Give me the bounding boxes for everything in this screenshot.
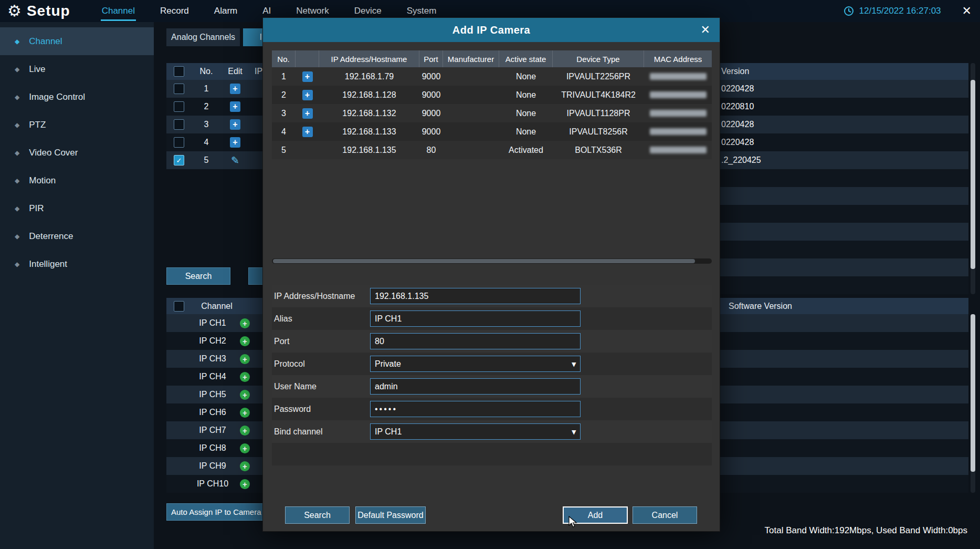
add-ip-camera-button[interactable]: + [240,443,250,453]
field-label: User Name [274,375,317,398]
sidebar-bullet-icon: ◆ [15,121,19,129]
datetime-label: 12/15/2022 16:27:03 [859,6,941,16]
channel-label: IP CH9 [192,461,234,471]
input-password[interactable] [370,401,581,417]
add-ip-camera-button[interactable]: + [240,372,250,382]
channel-label: IP CH7 [192,426,234,435]
edit-icon[interactable]: ✎ [231,154,239,167]
sidebar-item-label: Motion [29,175,56,186]
channel-label: IP CH1 [192,318,234,328]
device-ip: 192.168.1.132 [319,109,419,118]
row-checkbox[interactable] [174,137,184,148]
add-device-button[interactable]: + [302,108,313,119]
device-type: IPVAULT1128PR [553,109,644,118]
add-channel-button[interactable]: + [230,137,240,148]
sidebar-item-video-cover[interactable]: ◆Video Cover [0,139,154,167]
dialog-title: Add IP Camera [452,24,530,36]
search-button[interactable]: Search [285,506,350,524]
row-checkbox[interactable] [174,119,184,130]
mac-address-redacted [650,110,707,117]
field-label: Bind channel [274,420,323,443]
add-ip-camera-button[interactable]: + [240,390,250,400]
sidebar: ◆Channel◆Live◆Image Control◆PTZ◆Video Co… [0,22,154,549]
add-device-button[interactable]: + [302,127,313,137]
add-ip-camera-button[interactable]: + [240,461,250,471]
device-no: 3 [272,109,296,118]
chevron-down-icon: ▾ [572,359,576,369]
menu-item-record[interactable]: Record [159,0,190,22]
device-type: BOLTX536R [553,146,644,155]
col-header-port: Port [419,50,443,67]
col-header-software-version: Software Version [729,302,792,311]
col-header-active-state: Active state [499,50,553,67]
search-button-background[interactable]: Search [166,267,230,285]
add-ip-camera-button[interactable]: + [240,336,250,346]
app-close-icon[interactable]: ✕ [962,4,972,18]
menu-item-alarm[interactable]: Alarm [213,0,238,22]
add-channel-button[interactable]: + [230,119,240,130]
device-ip: 192.168.1.133 [319,127,419,137]
field-label: Port [274,330,289,353]
sidebar-item-live[interactable]: ◆Live [0,55,154,83]
sidebar-item-deterrence[interactable]: ◆Deterrence [0,222,154,250]
row-checkbox[interactable]: ✓ [174,155,184,165]
input-ip-address-hostname[interactable] [370,288,581,304]
form-row-password: Password [272,398,712,420]
add-channel-button[interactable]: + [230,84,240,94]
input-alias[interactable] [370,310,581,327]
sidebar-item-motion[interactable]: ◆Motion [0,167,154,194]
add-ip-camera-button[interactable]: + [240,354,250,364]
sidebar-bullet-icon: ◆ [15,149,19,157]
row-number: 4 [192,138,221,147]
tab-analog-channels[interactable]: Analog Channels [166,28,240,46]
mac-address-redacted [650,147,707,153]
auto-assign-ip-button[interactable]: Auto Assign IP to Camera [166,503,277,521]
device-ip: 192.168.1.128 [319,90,419,100]
add-device-button[interactable]: + [302,71,313,82]
row-number: 3 [192,120,221,129]
add-ip-camera-button[interactable]: + [240,318,250,328]
device-no: 5 [272,146,296,155]
add-ip-camera-button[interactable]: + [240,479,250,489]
horizontal-scrollbar-thumb[interactable] [273,259,695,263]
input-port[interactable] [370,333,581,349]
add-channel-button[interactable]: + [230,101,240,112]
channel-label: IP CH4 [192,372,234,381]
device-active-state: None [499,109,553,118]
sidebar-bullet-icon: ◆ [15,233,19,240]
sidebar-item-intelligent[interactable]: ◆Intelligent [0,250,154,278]
dialog-close-icon[interactable]: ✕ [701,18,710,42]
device-no: 4 [272,127,296,137]
row-checkbox[interactable] [174,84,184,94]
device-active-state: None [499,127,553,137]
field-label: IP Address/Hostname [274,285,355,307]
select-all-checkbox[interactable] [174,66,184,77]
device-active-state: None [499,90,553,100]
scrollbar-thumb[interactable] [971,314,975,472]
row-checkbox[interactable] [174,101,184,112]
input-user-name[interactable] [370,378,581,395]
sidebar-item-ptz[interactable]: ◆PTZ [0,111,154,139]
default-password-button[interactable]: Default Password [355,506,426,524]
select-bind-channel[interactable]: IP CH1▾ [370,423,581,440]
form-row-user-name: User Name [272,375,712,398]
device-type: TRIVAULT4K184R2 [553,90,644,100]
scrollbar-track-top [971,63,975,294]
add-ip-camera-button[interactable]: + [240,426,250,436]
clock-icon [844,6,854,16]
select-all-channels-checkbox[interactable] [174,301,184,312]
add-device-button[interactable]: + [302,90,313,100]
sidebar-bullet-icon: ◆ [15,38,19,45]
sidebar-item-channel[interactable]: ◆Channel [0,27,154,55]
sidebar-item-pir[interactable]: ◆PIR [0,194,154,222]
form-row-empty [272,443,712,465]
cancel-button[interactable]: Cancel [633,506,697,524]
page-title: Setup [27,3,70,19]
add-ip-camera-button[interactable]: + [240,408,250,418]
select-protocol[interactable]: Private▾ [370,356,581,372]
sidebar-item-image-control[interactable]: ◆Image Control [0,83,154,111]
scrollbar-thumb[interactable] [971,80,975,269]
menu-item-channel[interactable]: Channel [101,0,136,22]
chevron-down-icon: ▾ [572,427,576,437]
mouse-cursor [568,516,579,529]
